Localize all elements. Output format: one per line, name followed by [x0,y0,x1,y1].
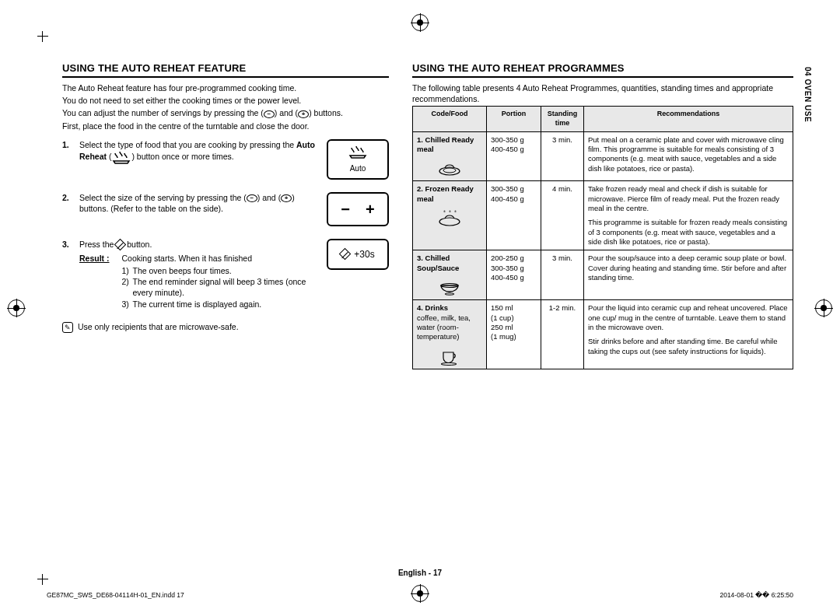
registration-mark [8,299,25,317]
result-sub-item: 2)The end reminder signal will beep 3 ti… [122,276,317,298]
left-column: USING THE AUTO REHEAT FEATURE The Auto R… [62,62,389,369]
auto-label: Auto [350,163,366,174]
cell-standing: 3 min. [541,250,584,300]
frozen-icon: ＊＊＊ [417,208,482,227]
plus-minus-button-graphic: −+ [327,192,389,226]
cell-portion: 200-250 g300-350 g400-450 g [487,250,541,300]
cell-code: 4. Drinkscoffee, milk, tea, water (room-… [413,300,487,369]
cell-code: 1. Chilled Ready meal [413,131,487,181]
cell-portion: 150 ml(1 cup)250 ml(1 mug) [487,300,541,369]
minus-icon: − [247,194,257,202]
intro-line: You can adjust the number of servings by… [62,107,389,118]
svg-point-1 [443,168,456,173]
svg-point-5 [445,293,454,295]
th-reco: Recommendations [584,107,793,131]
steam-icon [111,150,131,166]
intro-line: First, place the food in the centre of t… [62,121,389,131]
plus-icon: + [366,201,375,217]
cell-standing: 3 min. [541,131,584,181]
registration-mark [815,299,832,317]
th-standing: Standing time [541,107,584,131]
note-text: Use only recipients that are microwave-s… [78,322,239,331]
cup-icon [417,347,482,366]
cell-standing: 4 min. [541,181,584,250]
th-code: Code/Food [413,107,487,131]
svg-point-2 [439,218,460,226]
intro-right: The following table presents 4 Auto Rehe… [412,82,793,104]
plus-icon: + [298,110,309,118]
table-row: 4. Drinkscoffee, milk, tea, water (room-… [413,300,793,369]
table-row: 3. Chilled Soup/Sauce200-250 g300-350 g4… [413,250,793,300]
cell-reco: Take frozen ready meal and check if dish… [584,181,793,250]
result-lead: Cooking starts. When it has finished [122,253,317,264]
note-icon: ✎ [62,322,73,333]
intro-line: You do not need to set either the cookin… [62,95,389,106]
page-footer-right: 2014-08-01 �� 6:25:50 [719,591,793,599]
steam-icon [348,145,368,162]
note: ✎ Use only recipients that are microwave… [62,322,389,333]
table-row: 2. Frozen Ready meal＊＊＊300-350 g400-450 … [413,181,793,250]
start-diamond-icon [114,239,127,251]
cell-code: 2. Frozen Ready meal＊＊＊ [413,181,487,250]
cell-code: 3. Chilled Soup/Sauce [413,250,487,300]
steps-list: Select the type of food that you are coo… [62,139,389,310]
plus-30s-label: +30s [354,248,374,261]
cell-reco: Put meal on a ceramic plate and cover wi… [584,131,793,181]
result-label: Result : [79,253,110,310]
crop-mark [37,574,48,585]
start-diamond-icon [339,248,352,261]
plate-icon [417,159,482,177]
step3-text: Press the button. [79,240,152,249]
section-tab: 04 OVEN USE [803,67,812,122]
result-sub-item: 3)The current time is displayed again. [122,299,317,310]
step-1: Select the type of food that you are coo… [62,139,389,180]
cell-reco: Pour the liquid into ceramic cup and reh… [584,300,793,369]
programmes-table: Code/Food Portion Standing time Recommen… [412,106,793,369]
page-footer-center: English - 17 [398,569,442,577]
svg-point-6 [441,362,457,365]
registration-mark [411,585,429,602]
cell-portion: 300-350 g400-450 g [487,131,541,181]
svg-text:＊＊＊: ＊＊＊ [442,209,458,215]
step1-text: Select the type of food that you are coo… [79,140,315,162]
start-30s-button-graphic: +30s [327,239,389,270]
minus-icon: − [264,110,275,118]
step-2: Select the size of the serving by pressi… [62,192,389,226]
step2-text: Select the size of the serving by pressi… [79,193,295,213]
intro-left: The Auto Reheat feature has four pre-pro… [62,82,389,131]
auto-reheat-button-graphic: Auto [327,139,389,180]
heading-auto-reheat-feature: USING THE AUTO REHEAT FEATURE [62,62,389,78]
minus-icon: − [341,201,350,217]
cell-standing: 1-2 min. [541,300,584,369]
step-3: Press the button. Result : Cooking start… [62,239,389,310]
crop-mark [37,31,48,42]
result-sub-item: 1)The oven beeps four times. [122,265,317,276]
result-sublist: 1)The oven beeps four times. 2)The end r… [122,265,317,310]
plus-icon: + [281,194,292,202]
heading-auto-reheat-programmes: USING THE AUTO REHEAT PROGRAMMES [412,62,793,78]
registration-mark [411,14,429,31]
th-portion: Portion [487,107,541,131]
page-footer-left: GE87MC_SWS_DE68-04114H-01_EN.indd 17 [47,591,184,599]
cell-portion: 300-350 g400-450 g [487,181,541,250]
cell-reco: Pour the soup/sauce into a deep ceramic … [584,250,793,300]
right-column: 04 OVEN USE USING THE AUTO REHEAT PROGRA… [412,62,793,369]
intro-line: The Auto Reheat feature has four pre-pro… [62,82,389,93]
bowl-icon [417,278,482,296]
table-row: 1. Chilled Ready meal300-350 g400-450 g3… [413,131,793,181]
